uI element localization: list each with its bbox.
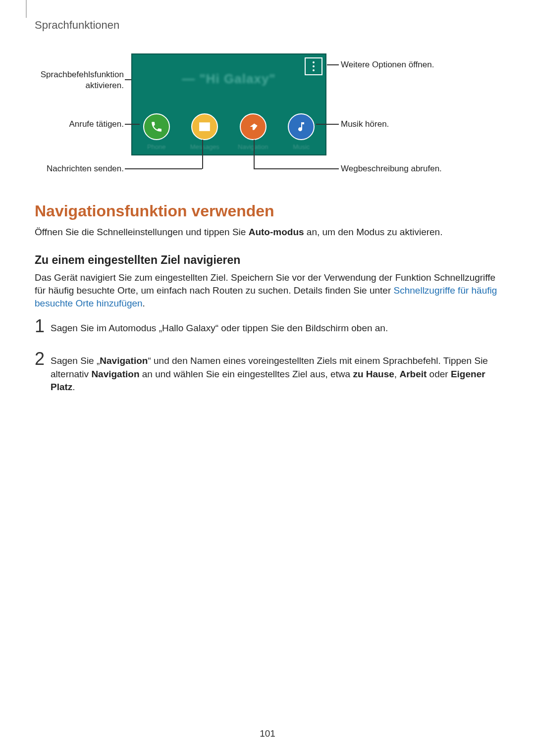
app-navigation[interactable]: Navigation — [238, 113, 268, 151]
page-number: 101 — [0, 728, 535, 739]
leader-line — [125, 168, 202, 169]
step-1: 1 Sagen Sie im Automodus „Hallo Galaxy“ … — [35, 322, 500, 335]
text: Sagen Sie „ — [51, 355, 100, 366]
app-music[interactable]: Music — [286, 113, 316, 151]
step-number: 2 — [35, 349, 45, 369]
step-2: 2 Sagen Sie „Navigation“ und den Namen e… — [35, 354, 500, 394]
music-note-icon — [295, 121, 307, 133]
text: Öffnen Sie die Schnelleinstellungen und … — [35, 227, 249, 237]
margin-rule — [26, 0, 27, 18]
heading-navigation: Navigationsfunktion verwenden — [35, 202, 274, 220]
bold-auto-modus: Auto-modus — [249, 227, 304, 237]
app-phone[interactable]: Phone — [142, 113, 171, 151]
step-body: Sagen Sie im Automodus „Hallo Galaxy“ od… — [51, 322, 500, 335]
paragraph-navigate-intro: Das Gerät navigiert Sie zum eingestellte… — [35, 271, 500, 310]
app-phone-label: Phone — [147, 143, 166, 151]
leader-line — [254, 140, 255, 169]
breadcrumb: Sprachfunktionen — [35, 19, 119, 32]
phone-icon — [150, 120, 163, 133]
callout-voice-activate: Sprachbefehlsfunktion aktivieren. — [35, 69, 124, 91]
text: oder — [427, 369, 451, 379]
step-number: 1 — [35, 316, 45, 337]
text: an, um den Modus zu aktivieren. — [304, 227, 443, 237]
app-navigation-label: Navigation — [238, 143, 268, 151]
app-messages-label: Messages — [190, 143, 219, 151]
apps-row: Phone Messages Navigation Music — [132, 113, 325, 151]
more-options-button[interactable] — [305, 57, 322, 75]
nav-arrow-icon — [247, 120, 260, 133]
bold-navigation: Navigation — [91, 369, 139, 379]
envelope-icon — [198, 120, 211, 133]
text: . — [143, 298, 145, 308]
leader-line — [327, 64, 339, 65]
text: an und wählen Sie ein eingestelltes Ziel… — [140, 369, 353, 379]
bold-work: Arbeit — [399, 369, 427, 379]
vertical-dots-icon — [313, 61, 315, 71]
bold-navigation: Navigation — [100, 355, 148, 366]
leader-line — [125, 124, 140, 125]
callout-more-options: Weitere Optionen öffnen. — [341, 59, 460, 70]
auto-mode-figure: — "Hi Galaxy" Phone Messages Navigation … — [35, 53, 500, 192]
leader-line — [125, 79, 131, 80]
leader-line — [316, 124, 339, 125]
leader-line — [254, 168, 339, 169]
callout-listen-music: Musik hören. — [341, 119, 460, 130]
callout-send-messages: Nachrichten senden. — [35, 163, 124, 174]
text: . — [72, 382, 75, 392]
heading-navigate-preset: Zu einem eingestellten Ziel navigieren — [35, 253, 240, 267]
leader-line — [202, 140, 203, 169]
text: , — [394, 369, 400, 379]
paragraph-open-quick-settings: Öffnen Sie die Schnelleinstellungen und … — [35, 226, 500, 239]
device-screenshot: — "Hi Galaxy" Phone Messages Navigation … — [131, 53, 326, 155]
callout-get-directions: Wegbeschreibung abrufen. — [341, 163, 460, 174]
step-body: Sagen Sie „Navigation“ und den Namen ein… — [51, 354, 500, 394]
callout-make-calls: Anrufe tätigen. — [35, 119, 124, 130]
voice-hint-text: — "Hi Galaxy" — [132, 71, 325, 87]
app-music-label: Music — [293, 143, 310, 151]
app-messages[interactable]: Messages — [190, 113, 219, 151]
bold-home: zu Hause — [353, 369, 394, 379]
